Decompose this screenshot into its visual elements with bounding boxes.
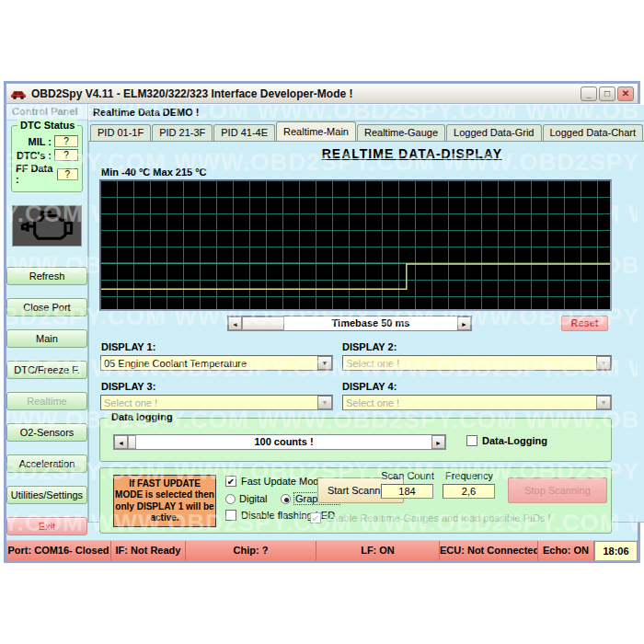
sidebar-buttons: Refresh Close Port Main DTC/Freeze F. Re… <box>6 267 87 535</box>
digital-radio-label: Digital <box>239 493 268 504</box>
o2-sensors-button[interactable]: O2-Sensors <box>6 423 87 442</box>
main-button[interactable]: Main <box>6 329 87 348</box>
display2-label: DISPLAY 2: <box>342 341 397 352</box>
display3-dropdown: Select one ! ▼ <box>100 395 333 410</box>
acceleration-button[interactable]: Acceleration <box>6 454 87 473</box>
counts-track[interactable]: 100 counts ! <box>136 435 431 449</box>
frequency-field: 2,6 <box>443 484 495 499</box>
tab-realtime-main[interactable]: Realtime-Main <box>276 121 356 141</box>
close-port-button[interactable]: Close Port <box>6 298 87 316</box>
tab-pid-01-1f[interactable]: PID 01-1F <box>90 124 151 141</box>
demo-caption: Realtime Data DEMO ! <box>88 104 644 121</box>
dtc-status-group: DTC Status MIL : ? DTC's : ? FF Data : ? <box>11 125 83 192</box>
refresh-button[interactable]: Refresh <box>6 267 87 285</box>
enable-gauges-checkbox-label: Enable Realtime-Gauges and load possible… <box>326 512 551 523</box>
frequency-label: Frequency <box>437 470 501 481</box>
check-engine-image <box>12 205 82 247</box>
timebase-left-arrow-icon[interactable]: ◄ <box>228 316 242 330</box>
tab-bar: PID 01-1F PID 21-3F PID 41-4E Realtime-M… <box>88 121 644 141</box>
stop-scanning-button: Stop Scanning <box>508 477 607 503</box>
tab-logged-data-chart[interactable]: Logged Data-Chart <box>543 124 644 141</box>
realtime-button: Realtime <box>6 392 87 410</box>
digital-radio-icon[interactable] <box>225 494 236 504</box>
status-port: Port: COM16- Closed <box>6 541 111 560</box>
display4-value: Select one ! <box>343 397 596 408</box>
control-panel-sidebar: Control Panel DTC Status MIL : ? DTC's :… <box>6 104 88 523</box>
disable-led-checkbox-icon[interactable] <box>225 510 236 521</box>
dtc-status-title: DTC Status <box>17 120 77 131</box>
counts-left-arrow-icon[interactable]: ◄ <box>114 435 128 449</box>
counts-right-arrow-icon[interactable]: ► <box>431 435 445 449</box>
display1-chevron-down-icon[interactable]: ▼ <box>317 356 332 370</box>
data-logging-group: Data logging ◄ 100 counts ! ► Data-Loggi… <box>99 418 612 462</box>
digital-radio[interactable]: Digital <box>225 493 268 504</box>
scan-count-label: Scan Count <box>375 470 440 481</box>
scan-controls-panel: If FAST UPDATE MODE is selected then onl… <box>99 467 612 534</box>
data-logging-checkbox-label: Data-Logging <box>482 435 547 446</box>
exit-button[interactable]: Exit <box>6 517 87 535</box>
ffdata-label: FF Data : <box>16 163 54 185</box>
chart-trace <box>101 181 610 309</box>
display3-value: Select one ! <box>101 397 317 408</box>
dtcs-value-field: ? <box>54 149 78 161</box>
display2-chevron-down-icon: ▼ <box>596 356 611 370</box>
display1-label: DISPLAY 1: <box>101 341 155 352</box>
data-logging-checkbox[interactable]: Data-Logging <box>466 435 547 446</box>
display1-dropdown[interactable]: 05 Engine Coolant Temperature ▼ <box>100 355 333 371</box>
dtc-row-mil: MIL : ? <box>16 135 78 147</box>
display3-chevron-down-icon: ▼ <box>317 396 332 409</box>
counts-label: 100 counts ! <box>136 435 431 449</box>
app-window: OBD2Spy V4.11 - ELM320/322/323 Interface… <box>4 81 640 563</box>
timebase-label: Timebase 50 ms <box>284 316 457 330</box>
timebase-scrollbar: ◄ Timebase 50 ms ► <box>227 316 472 331</box>
tab-pid-21-3f[interactable]: PID 21-3F <box>152 124 213 141</box>
window-title: OBD2Spy V4.11 - ELM320/322/323 Interface… <box>31 87 579 100</box>
display1-value: 05 Engine Coolant Temperature <box>101 358 317 369</box>
status-lf: LF: ON <box>316 541 440 560</box>
tab-realtime-gauge[interactable]: Realtime-Gauge <box>357 124 445 141</box>
utilities-settings-button[interactable]: Utilities/Settings <box>6 486 87 504</box>
status-clock: 18:06 <box>594 541 638 560</box>
graphical-radio-icon[interactable] <box>281 494 291 504</box>
engine-icon <box>18 209 75 244</box>
display4-chevron-down-icon: ▼ <box>596 396 611 409</box>
status-ecu: ECU: Not Connected <box>440 541 538 560</box>
dtc-row-ffdata: FF Data : ? <box>16 163 78 185</box>
scan-count-field: 184 <box>381 484 433 499</box>
display2-dropdown: Select one ! ▼ <box>342 355 612 371</box>
counts-thumb[interactable] <box>128 435 136 449</box>
fast-update-checkbox-icon[interactable] <box>225 476 236 487</box>
display4-label: DISPLAY 4: <box>342 381 397 392</box>
reset-button[interactable]: Reset <box>561 316 608 331</box>
timebase-thumb[interactable] <box>242 316 284 330</box>
close-button[interactable]: ✕ <box>617 86 634 101</box>
mil-value-field: ? <box>54 135 78 147</box>
page-title: REALTIME DATA-DISPLAY <box>89 146 644 161</box>
status-chip: Chip: ? <box>186 541 316 560</box>
minimize-button[interactable]: _ <box>581 86 597 101</box>
dtcs-label: DTC's : <box>17 150 52 161</box>
status-echo: Echo: ON <box>538 541 594 560</box>
chart-range-label: Min -40 °C Max 215 °C <box>101 167 207 178</box>
counts-scrollbar: ◄ 100 counts ! ► <box>113 434 446 450</box>
app-car-icon <box>10 87 27 100</box>
display3-label: DISPLAY 3: <box>101 381 155 392</box>
maximize-button[interactable]: □ <box>599 86 615 101</box>
data-logging-checkbox-icon[interactable] <box>466 435 477 446</box>
mil-label: MIL : <box>29 136 52 147</box>
dtc-freeze-button[interactable]: DTC/Freeze F. <box>6 361 87 379</box>
display4-dropdown: Select one ! ▼ <box>342 395 612 410</box>
dtc-row-dtcs: DTC's : ? <box>16 149 78 161</box>
timebase-track[interactable]: Timebase 50 ms <box>284 316 457 330</box>
timebase-right-arrow-icon[interactable]: ► <box>457 316 471 330</box>
status-bar: Port: COM16- Closed IF: Not Ready Chip: … <box>6 540 638 560</box>
tab-pid-41-4e[interactable]: PID 41-4E <box>213 124 275 141</box>
sidebar-caption: Control Panel <box>6 104 87 121</box>
data-logging-title: Data logging <box>108 411 177 422</box>
realtime-main-panel: REALTIME DATA-DISPLAY Min -40 °C Max 215… <box>88 141 644 523</box>
tab-logged-data-grid[interactable]: Logged Data-Grid <box>446 124 541 141</box>
title-bar: OBD2Spy V4.11 - ELM320/322/323 Interface… <box>6 81 638 104</box>
status-interface: IF: Not Ready <box>111 541 186 560</box>
enable-gauges-checkbox-icon <box>310 512 321 523</box>
realtime-chart <box>99 179 612 311</box>
